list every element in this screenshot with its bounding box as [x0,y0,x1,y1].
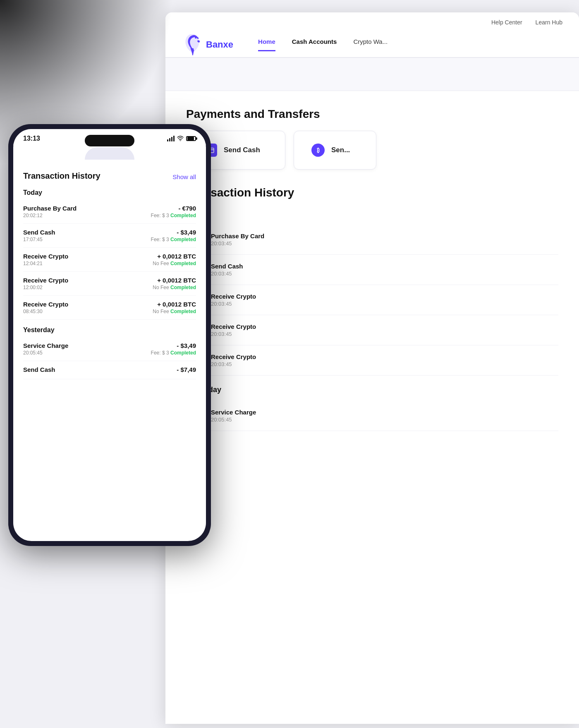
svg-point-8 [180,140,181,141]
phone-tx-name: Receive Crypto [23,301,153,308]
phone-tx-status: Completed [170,350,196,356]
phone-tx-right: - €790 Fee: $ 3 Completed [151,205,196,218]
browser-panel: Help Center Learn Hub Banxe Home Cash Ac… [165,12,579,724]
tx-name: Receive Crypto [211,293,558,300]
svg-point-0 [195,37,197,39]
phone-tx-left: Send Cash [23,366,177,374]
list-item: Receive Crypto 12:00:02 + 0,0012 BTC No … [23,272,196,296]
tx-details-receive-crypto-2: Receive Crypto 20:03:45 [211,323,558,337]
table-row: Purchase By Card 20:03:45 [186,225,558,255]
nav-home[interactable]: Home [258,38,275,51]
phone-tx-amount: + 0,0012 BTC [153,277,196,284]
phone-content-area: Transaction History Show all Today Purch… [13,167,206,541]
tx-time: 20:03:45 [211,361,558,367]
nav-crypto-wallet[interactable]: Crypto Wa... [353,38,388,51]
transaction-history-section: Transaction History Today Purchase By Ca… [186,186,558,431]
phone-tx-time: 20:02:12 [23,213,151,218]
phone-tx-fee: No Fee Completed [153,309,196,314]
transaction-history-title: Transaction History [186,186,558,199]
phone-tx-left: Service Charge 20:05:45 [23,342,151,356]
browser-navigation: Help Center Learn Hub Banxe Home Cash Ac… [165,12,579,57]
tx-details-receive-crypto-3: Receive Crypto 20:03:45 [211,353,558,367]
phone-tx-right: - $3,49 Fee: $ 3 Completed [151,229,196,242]
period-today-label: Today [186,209,558,218]
phone-tx-status: Completed [170,285,196,290]
battery-fill [187,137,194,140]
send-crypto-card[interactable]: ₿ Sen... [294,131,376,170]
phone-tx-name: Service Charge [23,342,151,349]
phone-tx-right: + 0,0012 BTC No Fee Completed [153,253,196,266]
phone-tx-fee: Fee: $ 3 Completed [151,350,196,356]
wifi-icon [177,135,184,142]
tx-time: 20:03:45 [211,240,558,247]
phone-tx-left: Receive Crypto 08:45:30 [23,301,153,314]
phone-tx-fee: No Fee Completed [153,261,196,266]
signal-icon [167,136,175,141]
phone-tx-status: Completed [170,309,196,314]
main-nav: Banxe Home Cash Accounts Crypto Wa... [182,29,562,57]
phone-tx-time: 20:05:45 [23,350,151,356]
period-yesterday-label: Yesterday [186,386,558,394]
signal-bar-2 [169,138,170,141]
list-item: Send Cash 17:07:45 - $3,49 Fee: $ 3 Comp… [23,224,196,248]
payments-title: Payments and Transfers [186,108,558,121]
nav-cash-accounts[interactable]: Cash Accounts [292,38,337,51]
phone-tx-amount: - $3,49 [151,342,196,349]
brand-name-text: Banxe [206,39,233,50]
tx-time: 20:05:45 [211,417,558,423]
signal-bar-1 [167,139,168,141]
phone-outer-shell: 13:13 [8,124,211,546]
battery-icon [186,136,196,141]
phone-time: 13:13 [23,135,40,142]
hero-area [165,58,579,91]
tx-details-receive-crypto-1: Receive Crypto 20:03:45 [211,293,558,307]
list-item: Purchase By Card 20:02:12 - €790 Fee: $ … [23,200,196,224]
phone-mockup: 13:13 [8,124,211,579]
phone-tx-amount: - $3,49 [151,229,196,236]
phone-tx-name: Send Cash [23,366,177,373]
table-row: Receive Crypto 20:03:45 [186,345,558,376]
phone-notch [85,135,134,146]
phone-tx-status: Completed [170,261,196,266]
list-item: Service Charge 20:05:45 - $3,49 Fee: $ 3… [23,337,196,361]
phone-status-icons [167,135,196,142]
signal-bar-4 [173,136,175,141]
tx-time: 20:03:45 [211,331,558,337]
tx-time: 20:03:45 [211,271,558,277]
tx-name: Service Charge [211,409,558,416]
phone-tx-status: Completed [170,237,196,242]
top-links-bar: Help Center Learn Hub [182,12,562,29]
phone-tx-amount: + 0,0012 BTC [153,301,196,308]
table-row: Receive Crypto 20:03:45 [186,315,558,345]
tx-details-service-charge: Service Charge 20:05:45 [211,409,558,423]
table-row: $ Service Charge 20:05:45 [186,401,558,431]
show-all-link[interactable]: Show all [172,173,196,180]
phone-tx-fee: Fee: $ 3 Completed [151,237,196,242]
help-center-link[interactable]: Help Center [491,19,522,26]
tx-name: Receive Crypto [211,323,558,330]
tx-name: Send Cash [211,263,558,270]
learn-hub-link[interactable]: Learn Hub [536,19,562,26]
phone-tx-name: Purchase By Card [23,205,151,212]
phone-tx-amount: + 0,0012 BTC [153,253,196,260]
tx-time: 20:03:45 [211,301,558,307]
dolphin-logo-icon [182,32,203,57]
list-item: Receive Crypto 12:04:21 + 0,0012 BTC No … [23,248,196,272]
phone-tx-time: 08:45:30 [23,309,153,314]
signal-bar-3 [171,137,172,141]
phone-tx-time: 12:04:21 [23,261,153,266]
phone-tx-right: - $7,49 [177,366,196,373]
phone-tx-name: Receive Crypto [23,253,153,260]
phone-tx-left: Purchase By Card 20:02:12 [23,205,151,218]
phone-tx-amount: - $7,49 [177,366,196,373]
phone-section-title: Transaction History [23,171,100,181]
main-content: Payments and Transfers Send Cash [165,91,579,448]
phone-tx-left: Receive Crypto 12:00:02 [23,277,153,290]
table-row: Send Cash 20:03:45 [186,255,558,285]
phone-header: Transaction History Show all [23,171,196,182]
phone-tx-left: Receive Crypto 12:04:21 [23,253,153,266]
phone-tx-right: + 0,0012 BTC No Fee Completed [153,277,196,290]
phone-tx-time: 12:00:02 [23,285,153,290]
send-crypto-icon-box: ₿ [311,143,325,158]
phone-arch-area [13,147,206,164]
